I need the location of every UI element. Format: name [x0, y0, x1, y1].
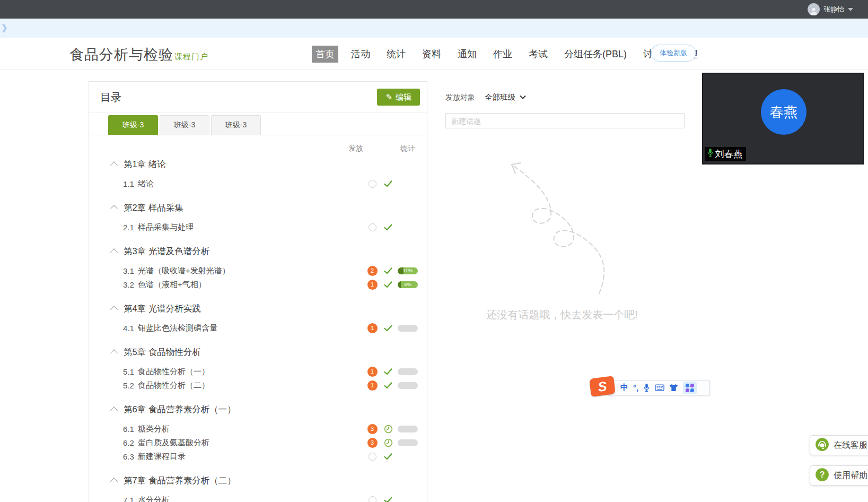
chapter-title: 第5章 食品物性分析: [124, 347, 201, 358]
section-title[interactable]: 色谱（液相+气相）: [138, 280, 364, 290]
section-title[interactable]: 样品采集与处理: [138, 222, 364, 232]
nav-item-统计[interactable]: 统计: [383, 46, 409, 63]
progress-bar[interactable]: [398, 325, 418, 332]
chapter-group: 第1章 绪论1.1绪论: [89, 158, 427, 191]
circle-icon: [369, 496, 376, 502]
chapter-row[interactable]: 第4章 光谱分析实践: [89, 302, 427, 316]
chapter-group: 第3章 光谱及色谱分析3.1光谱（吸收谱+发射光谱）211%3.2色谱（液相+气…: [89, 245, 427, 291]
nav-item-活动[interactable]: 活动: [347, 46, 374, 63]
issue-count-badge[interactable]: 3: [364, 424, 380, 434]
ime-toolbox-icon[interactable]: [683, 382, 697, 394]
progress-bar[interactable]: 6%: [398, 281, 418, 288]
section-title[interactable]: 水分分析: [138, 495, 364, 502]
section-title[interactable]: 食品物性分析（一）: [138, 367, 364, 377]
issue-count-badge[interactable]: 1: [364, 380, 380, 391]
issue-count-badge[interactable]: 1: [364, 323, 380, 333]
progress-bar[interactable]: 11%: [398, 267, 418, 274]
section-row: 4.1钼蓝比色法检测磷含量1: [89, 321, 427, 335]
section-title[interactable]: 光谱（吸收谱+发射光谱）: [138, 266, 364, 276]
class-tab-1[interactable]: 班级-3: [108, 115, 158, 135]
chapter-row[interactable]: 第1章 绪论: [89, 158, 427, 171]
ime-mic-icon[interactable]: [643, 382, 650, 394]
class-tab-2[interactable]: 班级-3: [160, 115, 209, 135]
column-header-stats: 统计: [396, 144, 419, 153]
section-title[interactable]: 钼蓝比色法检测磷含量: [138, 323, 364, 333]
online-service-button[interactable]: 在线客服: [810, 435, 868, 455]
new-version-badge[interactable]: 体验新版: [651, 45, 696, 62]
section-title[interactable]: 蛋白质及氨基酸分析: [138, 438, 364, 448]
ime-skin-icon[interactable]: [669, 382, 678, 394]
progress-slot: [396, 426, 419, 432]
section-number: 2.1: [123, 223, 138, 232]
class-tabs: 班级-3班级-3班级-3: [89, 112, 427, 135]
nav-item-作业[interactable]: 作业: [489, 46, 516, 63]
nav-item-首页[interactable]: 首页: [312, 46, 338, 63]
chapter-row[interactable]: 第2章 样品采集: [89, 201, 427, 215]
help-button[interactable]: ?使用帮助: [810, 465, 868, 486]
section-title[interactable]: 绪论: [138, 179, 364, 189]
ime-keyboard-icon[interactable]: [655, 382, 664, 394]
page-title: 食品分析与检验课程门户: [69, 45, 208, 64]
chapter-title: 第2章 样品采集: [124, 202, 183, 214]
progress-bar[interactable]: [398, 439, 418, 446]
nav-item-分组任务(PBL)[interactable]: 分组任务(PBL): [560, 46, 630, 63]
check-icon: [380, 497, 396, 502]
progress-label: 6%: [398, 281, 418, 287]
progress-label: 11%: [398, 267, 418, 273]
class-tab-3[interactable]: 班级-3: [211, 115, 261, 135]
ime-toolbar: S 中 °,: [608, 380, 710, 395]
class-select[interactable]: 全部班级: [485, 92, 525, 102]
section-number: 6.2: [123, 438, 138, 447]
section-title[interactable]: 新建课程目录: [138, 452, 364, 462]
check-icon: [380, 325, 396, 332]
progress-bar[interactable]: [398, 426, 418, 432]
chapter-group: 第4章 光谱分析实践4.1钼蓝比色法检测磷含量1: [89, 302, 427, 335]
section-row: 5.1食品物性分析（一）1: [89, 365, 427, 378]
check-icon: [380, 453, 396, 460]
chapter-row[interactable]: 第6章 食品营养素分析（一）: [89, 403, 427, 417]
section-title[interactable]: 糖类分析: [138, 424, 364, 434]
course-header: 食品分析与检验课程门户 首页活动统计资料通知作业考试分组任务(PBL)讨论管理 …: [0, 38, 868, 70]
count-badge: 1: [367, 380, 378, 391]
new-topic-input[interactable]: [445, 113, 685, 128]
video-overlay[interactable]: 春燕 刘春燕: [702, 73, 864, 165]
column-header-issue: 发放: [340, 144, 372, 153]
expand-chevron-icon[interactable]: ❯: [1, 23, 8, 32]
nav-item-资料[interactable]: 资料: [418, 46, 445, 63]
collapse-chevron-icon: [110, 478, 118, 485]
section-title[interactable]: 食品物性分析（二）: [138, 380, 364, 391]
issue-count-badge[interactable]: 1: [364, 280, 380, 290]
collapse-chevron-icon: [110, 161, 118, 169]
edit-button[interactable]: ✎ 编辑: [377, 89, 420, 106]
issue-status-circle[interactable]: [364, 496, 380, 502]
issue-status-circle[interactable]: [364, 453, 380, 461]
count-badge: 3: [367, 424, 378, 434]
video-name-label: 刘春燕: [705, 147, 746, 161]
progress-bar[interactable]: [398, 382, 418, 389]
chapter-row[interactable]: 第5章 食品物性分析: [89, 345, 427, 359]
issue-count-badge[interactable]: 3: [364, 438, 380, 448]
section-number: 5.2: [123, 381, 138, 390]
issue-status-circle[interactable]: [364, 180, 380, 188]
chapter-row[interactable]: 第3章 光谱及色谱分析: [89, 245, 427, 258]
chapter-title: 第7章 食品营养素分析（二）: [124, 475, 236, 487]
count-badge: 1: [367, 323, 378, 333]
circle-icon: [369, 223, 376, 231]
ime-logo-icon[interactable]: S: [589, 376, 616, 396]
clock-icon: [380, 425, 396, 434]
chapter-row[interactable]: 第7章 食品营养素分析（二）: [89, 474, 427, 488]
issue-count-badge[interactable]: 2: [364, 266, 380, 276]
nav-item-考试[interactable]: 考试: [525, 46, 551, 63]
issue-status-circle[interactable]: [364, 223, 380, 231]
section-row: 3.1光谱（吸收谱+发射光谱）211%: [89, 264, 427, 278]
issue-count-badge[interactable]: 1: [364, 367, 380, 377]
progress-slot: [396, 368, 419, 375]
ime-language-icon[interactable]: 中: [620, 382, 628, 394]
count-badge: 3: [367, 438, 378, 448]
user-menu[interactable]: 张静怡: [808, 0, 853, 19]
progress-bar[interactable]: [398, 368, 418, 375]
nav-item-通知[interactable]: 通知: [454, 46, 480, 63]
section-number: 5.1: [123, 367, 138, 376]
column-headers: 发放 统计: [89, 144, 427, 155]
ime-punctuation-icon[interactable]: °,: [633, 382, 638, 394]
